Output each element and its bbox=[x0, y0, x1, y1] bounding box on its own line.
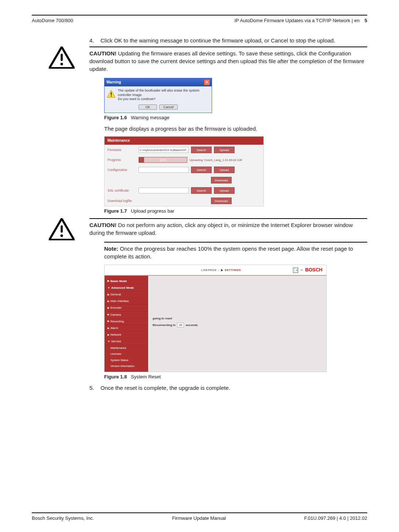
caution-icon bbox=[49, 47, 75, 71]
warning-dialog-titlebar: Warning × bbox=[105, 78, 212, 86]
figure-1-7-caption: Figure 1.7 Upload progress bar bbox=[104, 208, 367, 214]
svg-point-5 bbox=[111, 96, 112, 97]
logfile-download-button[interactable]: Download bbox=[211, 198, 232, 204]
ssl-upload-button[interactable]: Upload bbox=[214, 187, 235, 194]
sidebar-encoder[interactable]: ▶Encoder bbox=[105, 305, 148, 311]
sidebar-web-interface[interactable]: ▶Web Interface bbox=[105, 298, 148, 305]
info-icon[interactable]: ❘● bbox=[293, 268, 298, 273]
firmware-label: Firmware bbox=[108, 148, 136, 152]
svg-rect-4 bbox=[111, 92, 112, 95]
warning-dialog-title: Warning bbox=[106, 80, 121, 85]
figure-1-7-maintenance-panel: Maintenance Firmware C:\myDocuments\VG4 … bbox=[104, 136, 264, 206]
sidebar-camera[interactable]: ▶Camera bbox=[105, 312, 148, 318]
svg-rect-7 bbox=[61, 226, 63, 233]
firmware-search-button[interactable]: Search bbox=[191, 147, 212, 153]
configuration-upload-button[interactable]: Upload bbox=[214, 167, 235, 173]
upload-progress-status: Uploading 'Czech_Lang_1.01.00.02.G4l' bbox=[190, 158, 242, 162]
reset-sidebar: ▶Basic Mode ▼Advanced Mode ▶General ▶Web… bbox=[105, 276, 148, 372]
ssl-search-button[interactable]: Search bbox=[191, 187, 212, 194]
header-right: IP AutoDome Firmware Updates via a TCP/I… bbox=[235, 18, 368, 23]
configuration-path-field[interactable] bbox=[139, 167, 189, 173]
progress-label: Progress bbox=[108, 158, 136, 162]
close-icon[interactable]: × bbox=[204, 79, 210, 85]
sidebar-network[interactable]: ▶Network bbox=[105, 332, 148, 338]
header-left: AutoDome 700/800 bbox=[32, 18, 73, 23]
svg-rect-1 bbox=[61, 54, 63, 61]
tab-livepage[interactable]: LIVEPAGE bbox=[201, 268, 217, 272]
note-text: Note: Once the progress bar reaches 100%… bbox=[104, 242, 367, 260]
firmware-path-field[interactable]: C:\myDocuments\VG4 Software\SP... bbox=[139, 147, 189, 153]
sidebar-alarm[interactable]: ▶Alarm bbox=[105, 325, 148, 332]
ssl-label: SSL certificate bbox=[108, 188, 136, 193]
reset-tabs: LIVEPAGE | ▶ SETTINGS bbox=[201, 268, 241, 272]
figure-1-6-caption: Figure 1.6 Warning message bbox=[104, 114, 367, 121]
cancel-button[interactable]: Cancel bbox=[159, 104, 178, 110]
sidebar-recording[interactable]: ▶Recording bbox=[105, 318, 148, 325]
reset-main-content: going to reset Reconnecting in 45 second… bbox=[148, 276, 326, 372]
step-5: 5. Once the reset is complete, the upgra… bbox=[89, 384, 367, 392]
figure-1-6-warning-dialog: Warning × The update of the bootloader w… bbox=[104, 78, 212, 113]
globe-icon: ⊕ bbox=[300, 268, 303, 272]
sidebar-system-status[interactable]: System Status bbox=[105, 357, 148, 364]
caution-2-text: CAUTION! Do not perform any action, clic… bbox=[89, 218, 367, 237]
ok-button[interactable]: OK bbox=[139, 104, 157, 110]
footer-left: Bosch Security Systems, Inc. bbox=[32, 515, 94, 521]
sidebar-version-info[interactable]: Version Information bbox=[105, 363, 148, 370]
page-footer: Bosch Security Systems, Inc. Firmware Up… bbox=[32, 512, 367, 521]
configuration-download-button[interactable]: Download bbox=[211, 177, 232, 183]
upload-progress-bar: 11% bbox=[139, 157, 187, 163]
warning-triangle-icon bbox=[107, 89, 116, 98]
firmware-upload-button[interactable]: Upload bbox=[214, 147, 235, 153]
figure-1-8-caption: Figure 1.8 System Reset bbox=[104, 374, 367, 380]
footer-right: F.01U.097.269 | 4.0 | 2012.02 bbox=[304, 515, 367, 521]
caution-icon bbox=[49, 218, 75, 242]
sidebar-licenses[interactable]: Licenses bbox=[105, 351, 148, 357]
reset-line-1: going to reset bbox=[153, 316, 322, 320]
configuration-label: Configuration bbox=[108, 168, 136, 172]
page-header: AutoDome 700/800 IP AutoDome Firmware Up… bbox=[32, 15, 367, 23]
after-fig16-text: The page displays a progress bar as the … bbox=[104, 125, 367, 133]
step-5-text: Once the reset is complete, the upgrade … bbox=[100, 384, 367, 392]
page-number: 5 bbox=[365, 18, 367, 23]
caution-1-text: CAUTION! Updating the firmware erases al… bbox=[89, 47, 367, 73]
tab-settings[interactable]: SETTINGS bbox=[225, 268, 241, 272]
step-4-number: 4. bbox=[89, 37, 100, 44]
footer-center: Firmware Update Manual bbox=[172, 515, 226, 521]
bosch-logo: BOSCH bbox=[305, 267, 323, 273]
logfile-label: Download logfile bbox=[108, 199, 136, 203]
warning-dialog-message: The update of the bootloader will also e… bbox=[118, 89, 209, 102]
sidebar-general[interactable]: ▶General bbox=[105, 291, 148, 298]
sidebar-service[interactable]: ▼Service bbox=[105, 338, 148, 345]
sidebar-maintenance[interactable]: Maintenance bbox=[105, 345, 148, 351]
reset-line-2: Reconnecting in 45 seconds bbox=[153, 323, 322, 327]
maintenance-title: Maintenance bbox=[105, 137, 263, 145]
step-4: 4. Click OK to the warning message to co… bbox=[89, 37, 367, 44]
svg-point-2 bbox=[61, 63, 63, 65]
reset-countdown: 45 bbox=[177, 323, 184, 327]
step-4-text: Click OK to the warning message to conti… bbox=[100, 37, 367, 44]
sidebar-basic-mode[interactable]: ▶Basic Mode bbox=[105, 278, 148, 285]
sidebar-advanced-mode[interactable]: ▼Advanced Mode bbox=[105, 285, 148, 291]
upload-progress-percent: 11% bbox=[160, 158, 166, 162]
svg-point-8 bbox=[61, 234, 63, 237]
step-5-number: 5. bbox=[89, 384, 100, 392]
configuration-search-button[interactable]: Search bbox=[191, 167, 212, 173]
figure-1-8-reset-panel: LIVEPAGE | ▶ SETTINGS ❘● ⊕ BOSCH ▶Basic … bbox=[104, 265, 327, 372]
ssl-path-field[interactable] bbox=[139, 188, 189, 193]
